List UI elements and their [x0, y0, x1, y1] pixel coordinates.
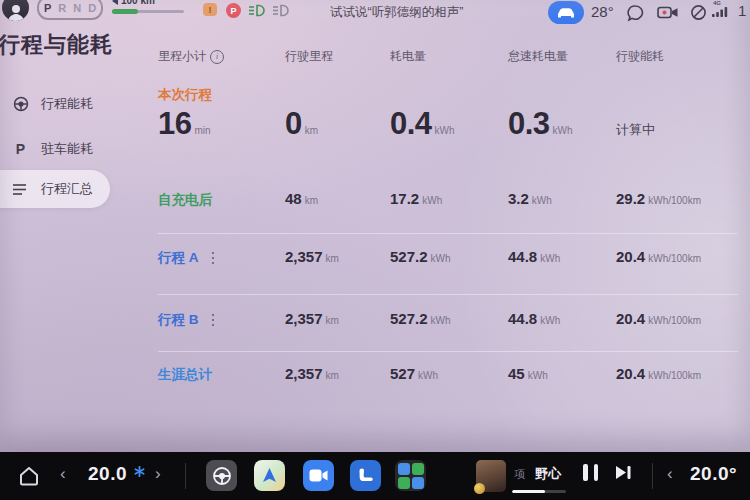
- media-title[interactable]: 野心: [535, 465, 561, 483]
- divider: [652, 463, 653, 489]
- kebab-menu-icon[interactable]: [212, 252, 215, 265]
- col-header-efficiency: 行驶能耗: [616, 48, 744, 65]
- sidebar-item-trip-summary[interactable]: 行程汇总: [0, 170, 110, 208]
- position-lamp-icon: [248, 4, 266, 17]
- media-scroll-text: 项: [514, 467, 525, 482]
- divider: [185, 463, 186, 489]
- seat-icon: [357, 467, 374, 484]
- trip-idle-consumption: 0.3: [508, 106, 550, 142]
- clock: 1: [738, 2, 746, 19]
- sidebar-item-parking-energy[interactable]: P 驻车能耗: [0, 130, 110, 168]
- traction-warning-icon: !: [203, 3, 217, 16]
- parking-brake-warning-icon: P: [226, 3, 241, 18]
- media-progress-fill: [512, 490, 545, 493]
- headlight-icon: [272, 4, 290, 17]
- home-button[interactable]: [18, 465, 40, 486]
- chat-icon[interactable]: [626, 4, 645, 23]
- voice-suggestion[interactable]: 试试说“听郭德纲的相声”: [330, 4, 463, 21]
- temp-up-left[interactable]: ›: [155, 464, 161, 484]
- table-row: 行程 B 2,357 km 527.2 kWh 44.8 kWh 20.4 kW…: [158, 310, 744, 329]
- seat-settings-app[interactable]: [350, 460, 381, 491]
- table-row: 行程 A 2,357 km 527.2 kWh 44.8 kWh 20.4 kW…: [158, 248, 744, 267]
- car-icon: [556, 6, 576, 19]
- row-divider: [158, 294, 738, 295]
- row-label-trip-a: 行程 A: [158, 249, 285, 267]
- battery-bar: [112, 10, 184, 13]
- album-art[interactable]: [476, 460, 506, 492]
- temp-down-right[interactable]: ‹: [667, 464, 673, 484]
- table-row: 生涯总计 2,357 km 527 kWh 45 kWh 20.4 kWh/10…: [158, 365, 744, 384]
- all-apps-button[interactable]: [395, 460, 426, 491]
- gear-d: D: [88, 2, 96, 14]
- row-divider: [158, 351, 738, 352]
- table-row: 自充电后 48 km 17.2 kWh 3.2 kWh 29.2 kWh/100…: [158, 190, 744, 209]
- row-label-since-charge: 自充电后: [158, 191, 285, 209]
- range-arrow-icon: [112, 0, 118, 5]
- person-icon: [6, 3, 26, 21]
- video-camera-icon: [309, 469, 328, 482]
- pause-button[interactable]: [583, 464, 598, 481]
- col-header-consumption: 耗电量: [390, 48, 508, 65]
- steering-wheel-icon: [212, 466, 232, 486]
- row-label-current-trip: 本次行程: [158, 86, 212, 104]
- trip-efficiency-status: 计算中: [616, 121, 655, 139]
- range-value: 100 km: [121, 0, 155, 6]
- col-header-distance: 行驶里程: [285, 48, 390, 65]
- app-tile: [398, 463, 410, 475]
- outside-temperature: 28°: [591, 3, 614, 20]
- next-track-icon: [614, 464, 632, 481]
- kebab-menu-icon[interactable]: [212, 314, 215, 327]
- dashcam-icon[interactable]: [657, 4, 679, 21]
- navigation-app[interactable]: [254, 460, 285, 491]
- media-progress-bar[interactable]: [512, 490, 566, 493]
- battery-range-indicator: 100 km: [112, 0, 190, 13]
- gear-r: R: [58, 2, 66, 14]
- info-icon[interactable]: i: [210, 50, 224, 64]
- do-not-disturb-icon[interactable]: [690, 4, 707, 21]
- trip-consumption: 0.4: [390, 106, 432, 142]
- page-title: 行程与能耗: [0, 30, 113, 60]
- row-label-lifetime-total: 生涯总计: [158, 366, 285, 384]
- table-header-row: 里程小计 i 行驶里程 耗电量 怠速耗电量 行驶能耗: [158, 48, 744, 65]
- car-status-button[interactable]: [548, 1, 584, 24]
- video-call-app[interactable]: [303, 460, 334, 491]
- app-tile: [398, 477, 410, 489]
- trip-duration: 16: [158, 106, 191, 142]
- main-screen: P R N D 100 km ! P 试试说“听郭德纲的相声”: [0, 0, 750, 452]
- fan-icon: [134, 466, 145, 477]
- gear-p: P: [44, 2, 51, 14]
- sidebar-item-label: 驻车能耗: [41, 140, 93, 158]
- gear-indicator: P R N D: [37, 0, 103, 20]
- table-row: 16 min 0 km 0.4 kWh 0.3 kWh 计算中: [158, 106, 744, 142]
- sidebar-item-label: 行程汇总: [41, 180, 93, 198]
- parking-icon: P: [12, 141, 29, 157]
- next-track-button[interactable]: [614, 464, 632, 481]
- app-tile: [412, 477, 424, 489]
- nav-arrow-icon: [261, 467, 278, 484]
- row-divider: [158, 233, 738, 234]
- list-summary-icon: [12, 183, 29, 196]
- trip-distance: 0: [285, 106, 302, 142]
- sidebar-item-trip-energy[interactable]: 行程能耗: [0, 85, 110, 123]
- row-label-trip-b: 行程 B: [158, 311, 285, 329]
- car-infotainment-screen: P R N D 100 km ! P 试试说“听郭德纲的相声”: [0, 0, 750, 500]
- vehicle-controls-app[interactable]: [206, 460, 237, 491]
- col-header-idle-consumption: 怠速耗电量: [508, 48, 616, 65]
- passenger-temperature[interactable]: 20.0°: [690, 463, 737, 485]
- driver-temperature[interactable]: 20.0: [88, 463, 127, 485]
- col-header-subtotal: 里程小计 i: [158, 48, 285, 65]
- app-tile: [412, 463, 424, 475]
- cell-signal-icon: 4G: [712, 1, 728, 17]
- gear-n: N: [73, 2, 81, 14]
- user-avatar[interactable]: [2, 0, 29, 21]
- music-badge-icon: [474, 483, 485, 494]
- temp-down-left[interactable]: ‹: [60, 464, 66, 484]
- sidebar-item-label: 行程能耗: [41, 95, 93, 113]
- steering-wheel-icon: [12, 96, 29, 112]
- bottom-dock: ‹ 20.0 ›: [0, 452, 750, 500]
